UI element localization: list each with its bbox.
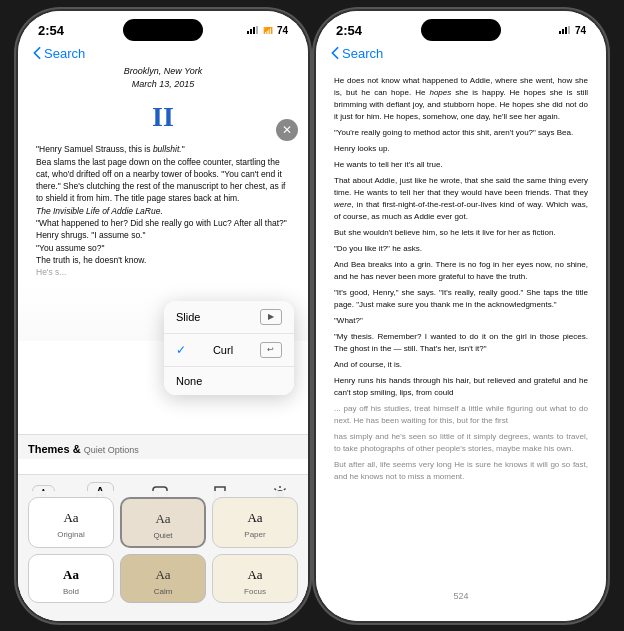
left-book-content: Brooklyn, New York March 13, 2015 II "He… [18,65,308,279]
right-dynamic-island [421,19,501,41]
theme-bold-preview: Aa [29,561,113,585]
left-back-label: Search [44,46,85,61]
right-back-label: Search [342,46,383,61]
right-para-12: And of course, it is. [334,359,588,371]
svg-text:📶: 📶 [263,26,273,34]
left-phone: 2:54 📶 74 Search Brooklyn, New York Ma [18,11,308,621]
page-number: 524 [316,591,606,601]
left-phone-screen: 2:54 📶 74 Search Brooklyn, New York Ma [18,11,308,621]
right-para-5: That about Addie, just like he wrote, th… [334,175,588,223]
theme-focus-preview: Aa [213,561,297,585]
right-para-3: Henry looks up. [334,143,588,155]
theme-calm-name: Calm [121,585,205,598]
book-para5: Henry shrugs. "I assume so." [36,229,290,241]
book-para2: Bea slams the last page down on the coff… [36,156,290,205]
theme-focus-name: Focus [213,585,297,598]
transition-slide[interactable]: Slide ▶ [164,301,294,334]
theme-focus[interactable]: Aa Focus [212,554,298,603]
right-para-6: But she wouldn't believe him, so he lets… [334,227,588,239]
svg-rect-16 [559,31,561,34]
right-para-16: But after all, life seems very long He i… [334,459,588,483]
right-phone-screen: 2:54 74 Search He does not know what hap… [316,11,606,621]
theme-original-name: Original [29,528,113,541]
book-para8: He's s... [36,266,290,278]
right-para-2: "You're really going to method actor thi… [334,127,588,139]
wifi-icon: 📶 [263,26,273,34]
themes-bar: Themes & Quiet Options [18,434,308,459]
transition-none[interactable]: None [164,367,294,395]
theme-original-preview: Aa [29,504,113,528]
themes-label: Themes & [28,443,84,455]
themes-sub: Quiet Options [84,445,139,455]
right-para-4: He wants to tell her it's all true. [334,159,588,171]
theme-paper-name: Paper [213,528,297,541]
theme-paper[interactable]: Aa Paper [212,497,298,548]
theme-grid: Aa Original Aa Quiet Aa Paper Aa Bold Aa [18,491,308,621]
svg-rect-1 [250,29,252,34]
transition-none-label: None [176,375,202,387]
book-para4: "What happened to her? Did she really go… [36,217,290,229]
left-back-button[interactable]: Search [32,46,85,61]
right-para-7: "Do you like it?" he asks. [334,243,588,255]
theme-paper-preview: Aa [213,504,297,528]
theme-bold[interactable]: Aa Bold [28,554,114,603]
left-nav-bar: Search [18,42,308,65]
right-status-time: 2:54 [336,23,362,38]
right-para-11: "My thesis. Remember? I wanted to do it … [334,331,588,355]
left-status-time: 2:54 [38,23,64,38]
right-back-chevron-icon [330,46,340,60]
transition-menu: Slide ▶ ✓ Curl ↩ None [164,301,294,395]
book-header: Brooklyn, New York March 13, 2015 [36,65,290,91]
right-para-10: "What?" [334,315,588,327]
book-header-line1: Brooklyn, New York [36,65,290,78]
theme-quiet-name: Quiet [122,529,204,542]
svg-rect-18 [565,27,567,34]
svg-rect-19 [568,26,570,34]
signal-icon [247,26,259,34]
right-back-button[interactable]: Search [330,46,383,61]
theme-original[interactable]: Aa Original [28,497,114,548]
dynamic-island [123,19,203,41]
theme-quiet-preview: Aa [122,505,204,529]
transition-slide-label: Slide [176,311,200,323]
right-nav-bar: Search [316,42,606,65]
book-header-line2: March 13, 2015 [36,78,290,91]
book-para7: The truth is, he doesn't know. [36,254,290,266]
left-status-icons: 📶 74 [247,25,288,36]
svg-rect-17 [562,29,564,34]
theme-bold-name: Bold [29,585,113,598]
transition-curl-label: Curl [213,344,233,356]
right-para-1: He does not know what happened to Addie,… [334,75,588,123]
slide-icon: ▶ [260,309,282,325]
main-container: 2:54 📶 74 Search Brooklyn, New York Ma [0,0,624,631]
svg-rect-0 [247,31,249,34]
right-para-13: Henry runs his hands through his hair, b… [334,375,588,399]
back-chevron-icon [32,46,42,60]
right-para-14: ... pay off his studies, treat himself a… [334,403,588,427]
right-para-8: And Bea breaks into a grin. There is no … [334,259,588,283]
svg-rect-3 [256,26,258,34]
svg-rect-2 [253,27,255,34]
transition-curl[interactable]: ✓ Curl ↩ [164,334,294,367]
right-battery-label: 74 [575,25,586,36]
book-para3: The Invisible Life of Addie LaRue. [36,205,290,217]
battery-label: 74 [277,25,288,36]
svg-line-12 [274,488,276,490]
book-chapter: II [36,97,290,138]
right-para-9: "It's good, Henry," she says. "It's real… [334,287,588,311]
theme-calm[interactable]: Aa Calm [120,554,206,603]
book-para1: "Henry Samuel Strauss, this is bullshit.… [36,143,290,155]
right-signal-icon [559,26,571,34]
right-status-icons: 74 [559,25,586,36]
book-para6: "You assume so?" [36,242,290,254]
svg-line-14 [284,488,286,490]
close-button[interactable]: ✕ [276,119,298,141]
right-para-15: has simply and he's seen so little of it… [334,431,588,455]
theme-quiet[interactable]: Aa Quiet [120,497,206,548]
curl-check: ✓ [176,343,186,357]
right-book-content: He does not know what happened to Addie,… [316,65,606,620]
theme-calm-preview: Aa [121,561,205,585]
curl-icon: ↩ [260,342,282,358]
right-phone: 2:54 74 Search He does not know what hap… [316,11,606,621]
